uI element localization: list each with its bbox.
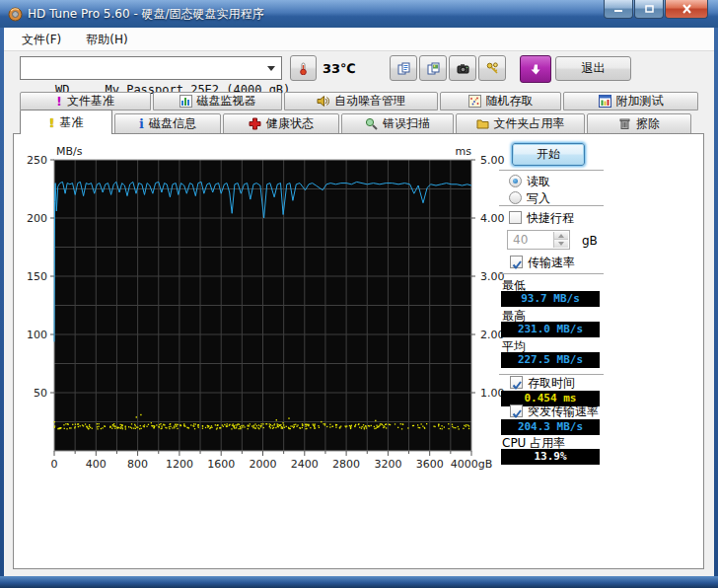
access-time-checkbox[interactable] <box>510 376 523 389</box>
menu-help[interactable]: 帮助(H) <box>76 28 137 52</box>
trash-icon <box>618 117 631 130</box>
exclamation-magenta-icon: ! <box>56 95 62 108</box>
burst-rate-value: 204.3 MB/s <box>501 419 600 435</box>
app-window: HD Tune Pro 5.60 - 硬盘/固态硬盘实用程序 文件(F) 帮助(… <box>0 0 718 588</box>
svg-text:800: 800 <box>127 458 148 471</box>
copy-text-button[interactable] <box>390 55 417 81</box>
radio-dot <box>513 179 518 184</box>
tab-error-scan[interactable]: 错误扫描 <box>341 113 454 134</box>
start-button[interactable]: 开始 <box>512 143 585 166</box>
tab-label: 磁盘信息 <box>149 115 196 132</box>
short-stroke-size-value: 40 <box>513 233 528 247</box>
arrow-down-icon <box>530 63 542 76</box>
short-stroke-label[interactable]: 快捷行程 <box>527 210 574 227</box>
read-radio[interactable] <box>509 175 522 187</box>
menu-bar: 文件(F) 帮助(H) <box>4 28 714 51</box>
svg-text:4000gB: 4000gB <box>451 458 493 471</box>
svg-text:3200: 3200 <box>374 458 401 471</box>
tab-disk-info[interactable]: i 磁盘信息 <box>114 113 221 134</box>
minimum-value: 93.7 MB/s <box>501 291 600 307</box>
temperature-value: 33℃ <box>323 61 356 76</box>
triangle-up-icon <box>558 234 564 238</box>
tab-health[interactable]: 健康状态 <box>223 113 339 134</box>
folder-icon <box>476 117 489 130</box>
scatter-icon <box>468 95 481 108</box>
copy-icon <box>397 62 410 75</box>
temperature-button[interactable] <box>290 55 317 81</box>
maximum-value: 231.0 MB/s <box>501 322 600 337</box>
magnifier-icon <box>365 117 378 130</box>
tab-label: 随机存取 <box>486 93 534 110</box>
thermometer-icon <box>297 62 310 75</box>
transfer-rate-checkbox[interactable] <box>510 256 523 268</box>
close-button[interactable] <box>665 0 708 19</box>
triangle-down-icon <box>558 242 564 246</box>
bar-chart-icon <box>180 95 192 108</box>
short-stroke-checkbox[interactable] <box>509 211 522 224</box>
short-stroke-unit: gB <box>582 234 598 248</box>
separator <box>499 273 604 274</box>
separator <box>499 170 604 171</box>
start-label: 开始 <box>537 146 560 163</box>
close-icon <box>682 4 692 14</box>
cpu-usage-value: 13.9% <box>501 449 600 465</box>
svg-text:MB/s: MB/s <box>56 145 83 158</box>
svg-text:2000: 2000 <box>250 458 277 471</box>
access-time-label[interactable]: 存取时间 <box>528 375 575 392</box>
svg-text:50: 50 <box>34 387 47 400</box>
svg-text:2800: 2800 <box>332 458 360 471</box>
title-bar: HD Tune Pro 5.60 - 硬盘/固态硬盘实用程序 <box>0 0 718 28</box>
extra-tests-icon <box>599 95 611 108</box>
tab-folder-usage[interactable]: 文件夹占用率 <box>456 113 585 134</box>
app-icon <box>8 7 23 22</box>
tab-label: 文件基准 <box>67 93 114 110</box>
svg-text:ms: ms <box>456 145 472 158</box>
copy-image-button[interactable] <box>419 55 447 81</box>
tab-erase[interactable]: 擦除 <box>587 113 691 134</box>
svg-text:1200: 1200 <box>166 458 193 471</box>
maximize-button[interactable] <box>634 0 664 19</box>
window-bottom-border <box>0 576 718 588</box>
transfer-rate-label[interactable]: 传输速率 <box>528 255 575 271</box>
tab-label: 自动噪音管理 <box>334 93 405 110</box>
minimize-icon <box>613 5 623 14</box>
svg-text:2400: 2400 <box>291 458 319 471</box>
spinner-up-button[interactable] <box>553 232 568 240</box>
burst-rate-checkbox[interactable] <box>510 404 523 417</box>
health-cross-icon <box>249 117 261 130</box>
tab-label: 健康状态 <box>266 115 314 132</box>
svg-text:150: 150 <box>27 270 47 283</box>
read-radio-label[interactable]: 读取 <box>527 174 550 190</box>
window-title: HD Tune Pro 5.60 - 硬盘/固态硬盘实用程序 <box>28 6 264 23</box>
spinner-down-button[interactable] <box>553 240 568 248</box>
svg-text:250: 250 <box>27 154 47 167</box>
tab-benchmark[interactable]: ! 基准 <box>20 110 112 134</box>
tab-label: 错误扫描 <box>383 115 430 132</box>
write-radio[interactable] <box>509 191 522 204</box>
svg-text:1600: 1600 <box>207 458 235 471</box>
check-icon <box>511 258 524 271</box>
tab-label: 基准 <box>59 114 83 131</box>
drive-select-dropdown[interactable]: WD My Passport 25E2 (4000 gB) <box>20 56 282 80</box>
copy-image-icon <box>427 62 440 75</box>
save-results-button[interactable] <box>520 55 551 83</box>
options-button[interactable] <box>478 55 506 81</box>
svg-text:400: 400 <box>86 458 107 471</box>
tab-row-bottom: ! 基准 i 磁盘信息 健康状态 错误扫描 文件夹占用率 <box>20 109 708 134</box>
maximize-icon <box>644 4 655 14</box>
tab-label: 附加测试 <box>616 93 664 110</box>
short-stroke-size-input[interactable]: 40 <box>507 230 570 250</box>
svg-text:5.00: 5.00 <box>480 154 505 167</box>
minimize-button[interactable] <box>604 0 633 19</box>
info-icon: i <box>139 116 144 131</box>
exit-button[interactable]: 退出 <box>555 56 631 81</box>
svg-text:3.00: 3.00 <box>480 270 505 283</box>
svg-text:100: 100 <box>27 329 47 341</box>
menu-file[interactable]: 文件(F) <box>12 28 71 52</box>
benchmark-chart: 250200150100505.004.003.002.001.00040080… <box>25 143 518 478</box>
burst-rate-label[interactable]: 突发传输速率 <box>528 404 599 420</box>
screenshot-button[interactable] <box>449 55 476 81</box>
tab-label: 文件夹占用率 <box>494 115 565 132</box>
chevron-down-icon <box>267 66 275 71</box>
separator <box>499 205 604 206</box>
